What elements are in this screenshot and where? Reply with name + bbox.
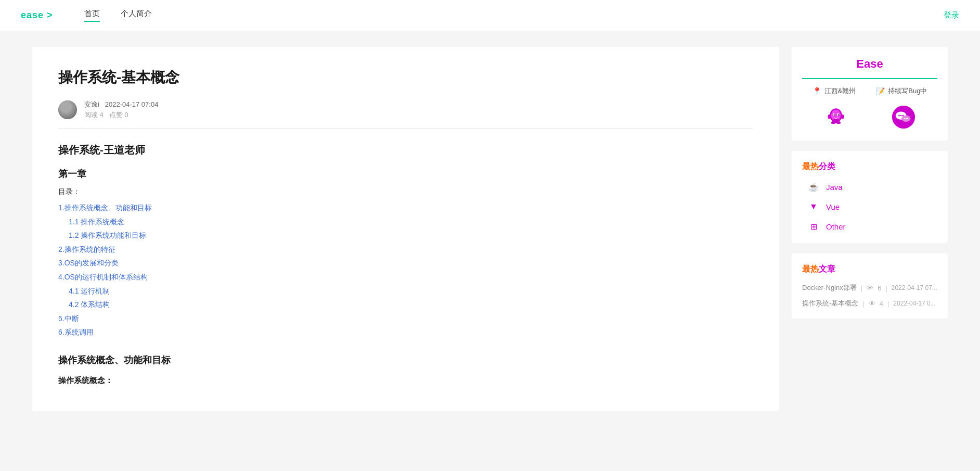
- category-label: Java: [826, 183, 843, 192]
- header: ease > 首页 个人简介 登录: [0, 0, 980, 31]
- avatar: [58, 100, 77, 119]
- hot-article-link[interactable]: 操作系统-基本概念: [802, 299, 858, 308]
- logo-text: ease >: [21, 10, 53, 20]
- main-container: 操作系统-基本概念 安逸i 2022-04-17 07:04 阅读 4 点赞 0…: [11, 31, 969, 427]
- article-meta: 安逸i 2022-04-17 07:04 阅读 4 点赞 0: [58, 100, 753, 120]
- toc-item[interactable]: 5.中断: [58, 312, 753, 326]
- svg-point-18: [906, 118, 907, 119]
- hot-article-view: 👁: [869, 300, 875, 308]
- hot-article-date: 2022-04-17 0...: [893, 300, 935, 307]
- category-list: ☕Java▼Vue⊞Other: [802, 181, 937, 233]
- toc-item[interactable]: 1.1 操作系统概念: [58, 215, 753, 229]
- edit-icon: 📝: [876, 87, 885, 95]
- hot-articles-card: 最热文章 Docker-Nginx部署|👁6|2022-04-17 07...操…: [792, 253, 948, 319]
- hot-articles-list: Docker-Nginx部署|👁6|2022-04-17 07...操作系统-基…: [802, 283, 937, 308]
- login-button[interactable]: 登录: [944, 10, 959, 20]
- hot-article-count: 4: [880, 300, 883, 308]
- wechat-svg: [891, 105, 916, 130]
- toc-item[interactable]: 4.OS的运行机制和体系结构: [58, 270, 753, 284]
- hot-article-link[interactable]: Docker-Nginx部署: [802, 283, 857, 292]
- svg-point-5: [838, 114, 840, 116]
- nav-home[interactable]: 首页: [84, 9, 100, 22]
- location-item: 📍 江西&赣州: [813, 86, 856, 96]
- section-heading-1: 操作系统-王道老师: [58, 143, 753, 157]
- category-icon: ▼: [807, 200, 820, 213]
- social-row: [802, 104, 937, 130]
- toc-item[interactable]: 2.操作系统的特征: [58, 243, 753, 257]
- content-subheading-1: 操作系统概念：: [58, 376, 753, 386]
- svg-point-19: [907, 118, 908, 119]
- category-item[interactable]: ⊞Other: [807, 220, 932, 233]
- hot-article-item: 操作系统-基本概念|👁4|2022-04-17 0...: [802, 299, 937, 308]
- toc-item[interactable]: 1.2 操作系统功能和目标: [58, 228, 753, 243]
- edit-text: 持续写Bug中: [888, 86, 927, 96]
- category-icon: ☕: [807, 181, 820, 193]
- svg-point-17: [904, 118, 905, 119]
- location-text: 江西&赣州: [824, 86, 856, 96]
- toc-item[interactable]: 4.2 体系结构: [58, 298, 753, 312]
- category-icon: ⊞: [807, 220, 820, 233]
- profile-info-row: 📍 江西&赣州 📝 持续写Bug中: [802, 86, 937, 96]
- meta-info: 安逸i 2022-04-17 07:04 阅读 4 点赞 0: [84, 100, 158, 120]
- wechat-icon[interactable]: [891, 104, 917, 130]
- hot-categories-title: 最热分类: [802, 161, 937, 172]
- hot-article-view: 👁: [867, 284, 873, 292]
- toc-list: 1.操作系统概念、功能和目标1.1 操作系统概念1.2 操作系统功能和目标2.操…: [58, 201, 753, 339]
- chapter-heading: 第一章: [58, 168, 753, 180]
- category-item[interactable]: ☕Java: [807, 181, 932, 193]
- svg-point-6: [828, 114, 831, 119]
- profile-title: Ease: [802, 57, 937, 71]
- hot-article-item: Docker-Nginx部署|👁6|2022-04-17 07...: [802, 283, 937, 292]
- toc-item[interactable]: 4.1 运行机制: [58, 284, 753, 298]
- article-divider: [58, 128, 753, 129]
- svg-point-10: [832, 119, 840, 123]
- location-icon: 📍: [813, 87, 821, 95]
- hot-article-count: 6: [878, 284, 881, 292]
- toc-label: 目录：: [58, 187, 753, 197]
- svg-point-14: [900, 115, 902, 117]
- hot-articles-title: 最热文章: [802, 264, 937, 275]
- svg-point-7: [841, 114, 844, 119]
- toc-item[interactable]: 6.系统调用: [58, 325, 753, 339]
- meta-stats: 阅读 4 点赞 0: [84, 110, 158, 120]
- category-item[interactable]: ▼Vue: [807, 200, 932, 213]
- article-panel: 操作系统-基本概念 安逸i 2022-04-17 07:04 阅读 4 点赞 0…: [32, 47, 779, 411]
- category-label: Other: [826, 222, 846, 231]
- nav: 首页 个人简介: [84, 9, 944, 22]
- profile-card: Ease 📍 江西&赣州 📝 持续写Bug中: [792, 47, 948, 141]
- toc-item[interactable]: 1.操作系统概念、功能和目标: [58, 201, 753, 215]
- toc-item[interactable]: 3.OS的发展和分类: [58, 256, 753, 270]
- hot-categories-card: 最热分类 ☕Java▼Vue⊞Other: [792, 151, 948, 243]
- content-heading-1: 操作系统概念、功能和目标: [58, 354, 753, 366]
- svg-point-13: [898, 115, 900, 117]
- category-label: Vue: [826, 202, 840, 211]
- qq-svg: [825, 106, 847, 128]
- nav-profile[interactable]: 个人简介: [121, 9, 152, 22]
- sidebar: Ease 📍 江西&赣州 📝 持续写Bug中: [792, 47, 948, 319]
- avatar-image: [58, 100, 77, 119]
- eye-icon: 👁: [867, 284, 873, 292]
- qq-icon[interactable]: [823, 104, 849, 130]
- hot-article-sep: |: [861, 284, 862, 292]
- logo[interactable]: ease >: [21, 10, 53, 21]
- profile-divider: [802, 78, 937, 79]
- meta-author: 安逸i 2022-04-17 07:04: [84, 100, 158, 109]
- article-title: 操作系统-基本概念: [58, 68, 753, 87]
- hot-article-date: 2022-04-17 07...: [892, 284, 937, 291]
- hot-article-date-sep: |: [887, 300, 889, 308]
- hot-article-date-sep: |: [885, 284, 887, 292]
- edit-item: 📝 持续写Bug中: [876, 86, 927, 96]
- hot-article-sep: |: [862, 300, 864, 308]
- eye-icon: 👁: [869, 300, 875, 308]
- svg-point-4: [833, 114, 835, 116]
